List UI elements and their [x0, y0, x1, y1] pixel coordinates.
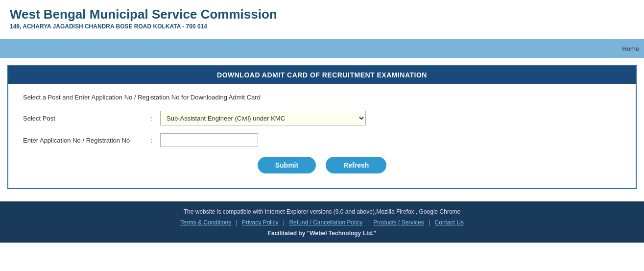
- sep2: |: [283, 219, 285, 226]
- submit-button[interactable]: Submit: [258, 157, 316, 173]
- admit-card-panel: DOWNLOAD ADMIT CARD OF RECRUITMENT EXAMI…: [7, 65, 637, 189]
- footer: The website is compatible with Internet …: [0, 201, 644, 243]
- header: West Bengal Municipal Service Commission…: [0, 0, 644, 39]
- header-divider: [10, 34, 634, 34]
- footer-facilitated: Facilitated by "Webel Technology Ltd.": [5, 230, 639, 237]
- contact-link[interactable]: Contact Us: [435, 219, 464, 226]
- footer-links: Terms & Conditions | Privacy Policy | Re…: [5, 219, 639, 226]
- products-link[interactable]: Products / Services: [373, 219, 424, 226]
- sep1: |: [236, 219, 237, 226]
- select-post-colon: :: [150, 115, 160, 122]
- app-no-wrap: [160, 133, 621, 147]
- facilitated-by: "Webel Technology Ltd.": [307, 230, 377, 237]
- card-body: Select a Post and Enter Application No /…: [8, 84, 636, 188]
- refund-link[interactable]: Refund / Cancellation Policy: [289, 219, 362, 226]
- card-description: Select a Post and Enter Application No /…: [23, 94, 621, 101]
- org-title: West Bengal Municipal Service Commission: [10, 7, 634, 22]
- select-post-wrap: Sub-Assistant Engineer (Civil) under KMC: [160, 111, 621, 125]
- select-post-label: Select Post: [23, 115, 150, 122]
- org-subtitle: 149, ACHARYA JAGADISH CHANDRA BOSE ROAD …: [10, 23, 634, 30]
- app-no-row: Enter Application No / Registration No :: [23, 133, 621, 147]
- app-no-colon: :: [150, 137, 160, 144]
- app-no-input[interactable]: [160, 133, 258, 147]
- select-post-dropdown[interactable]: Sub-Assistant Engineer (Civil) under KMC: [160, 111, 366, 125]
- select-post-row: Select Post : Sub-Assistant Engineer (Ci…: [23, 111, 621, 125]
- sep3: |: [367, 219, 369, 226]
- main-content: DOWNLOAD ADMIT CARD OF RECRUITMENT EXAMI…: [0, 58, 644, 197]
- facilitated-text: Facilitated by: [268, 230, 307, 237]
- terms-link[interactable]: Terms & Conditions: [180, 219, 231, 226]
- navbar: Home: [0, 39, 644, 58]
- app-no-label: Enter Application No / Registration No: [23, 137, 150, 144]
- footer-compat-text: The website is compatible with Internet …: [5, 208, 639, 215]
- home-link[interactable]: Home: [622, 45, 639, 52]
- button-row: Submit Refresh: [23, 157, 621, 173]
- sep4: |: [429, 219, 430, 226]
- refresh-button[interactable]: Refresh: [326, 157, 386, 173]
- card-title: DOWNLOAD ADMIT CARD OF RECRUITMENT EXAMI…: [8, 66, 636, 84]
- privacy-link[interactable]: Privacy Policy: [242, 219, 279, 226]
